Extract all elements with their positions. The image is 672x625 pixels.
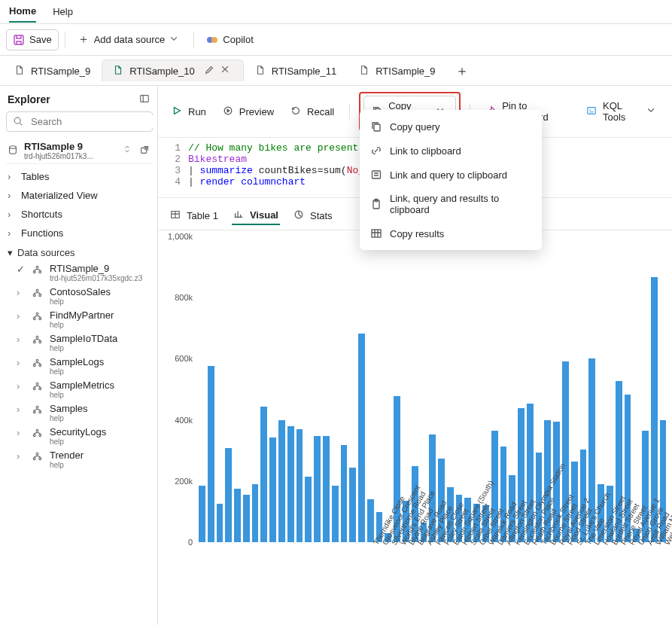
add-data-source-button[interactable]: ＋ Add data source — [71, 30, 188, 50]
file-tab-2[interactable]: RTISample_11 — [244, 59, 348, 81]
chart-bar[interactable] — [225, 448, 232, 542]
svg-point-4 — [14, 117, 20, 123]
top-menu: Home Help — [0, 0, 672, 24]
chart-bar[interactable] — [296, 429, 303, 542]
ds-sub: help — [50, 321, 114, 329]
chart-bar[interactable] — [367, 499, 374, 542]
separator — [65, 32, 65, 48]
data-source-item[interactable]: ›SampleMetricshelp — [6, 378, 153, 401]
chart-bar[interactable] — [349, 468, 356, 542]
database-icon — [8, 145, 20, 157]
ds-name: SampleMetrics — [50, 380, 114, 391]
popout-icon[interactable] — [139, 145, 151, 157]
chart-bar[interactable] — [199, 486, 205, 542]
explorer-title: Explorer — [8, 93, 50, 105]
chart-bar[interactable] — [234, 489, 241, 542]
chart-bar[interactable] — [323, 436, 330, 542]
kql-tools-button[interactable]: KQL Tools — [580, 96, 664, 127]
data-source-item[interactable]: ›SampleLogshelp — [6, 355, 153, 378]
chevron-down-icon: ▾ — [8, 247, 13, 258]
dd-copy-query[interactable]: Copy query — [360, 114, 542, 139]
svg-point-12 — [36, 289, 38, 291]
line-gutter: 1 2 3 4 — [158, 142, 188, 193]
data-source-item[interactable]: ✓RTISample_9trd-hjut526m017k35xgdc.z3 — [6, 261, 153, 285]
chart-bar[interactable] — [314, 436, 321, 542]
svg-rect-39 — [374, 124, 380, 131]
close-icon[interactable] — [220, 65, 233, 77]
link-icon — [370, 145, 382, 157]
dd-copy-results[interactable]: Copy results — [360, 221, 542, 245]
svg-rect-40 — [372, 171, 381, 178]
data-source-item[interactable]: ›Sampleshelp — [6, 401, 153, 425]
data-source-item[interactable]: ›SampleIoTDatahelp — [6, 331, 153, 355]
chart-bar[interactable] — [208, 366, 214, 542]
chart-bar[interactable] — [260, 407, 267, 542]
tree-label: Materialized View — [21, 190, 98, 201]
updown-icon[interactable] — [123, 145, 135, 157]
chart-bar[interactable] — [278, 420, 285, 542]
tab-stats[interactable]: Stats — [292, 206, 334, 224]
dd-link-query[interactable]: Link and query to clipboard — [360, 163, 542, 187]
recall-label: Recall — [307, 106, 334, 117]
tree-section[interactable]: ›Functions — [6, 224, 153, 242]
dd-link-query-results[interactable]: Link, query and results to clipboard — [360, 187, 542, 221]
data-source-item[interactable]: ›ContosoSaleshelp — [6, 285, 153, 308]
tree-section[interactable]: ›Tables — [6, 167, 153, 186]
tab-visual[interactable]: Visual — [232, 206, 280, 225]
connection-icon — [32, 334, 44, 346]
save-button[interactable]: Save — [6, 29, 59, 50]
chart-bar[interactable] — [269, 438, 276, 542]
y-tick: 0 — [188, 538, 193, 547]
copilot-button[interactable]: Copilot — [200, 30, 259, 50]
file-tab-1[interactable]: RTISample_10 — [102, 59, 243, 81]
chevron-right-icon: › — [17, 404, 26, 415]
chart-bar[interactable] — [305, 477, 312, 542]
chart-bar[interactable] — [287, 426, 294, 542]
tree-section[interactable]: ›Shortcuts — [6, 205, 153, 224]
svg-point-10 — [33, 294, 35, 297]
data-source-item[interactable]: ›Trenderhelp — [6, 448, 153, 471]
tab-table[interactable]: Table 1 — [169, 206, 220, 224]
data-source-item[interactable]: ›SecurityLogshelp — [6, 425, 153, 448]
recall-button[interactable]: Recall — [284, 102, 340, 121]
chart-bar[interactable] — [252, 484, 259, 542]
tree-label: Functions — [21, 227, 63, 239]
search-field[interactable] — [6, 111, 153, 132]
chart-bar[interactable] — [358, 334, 365, 542]
file-icon — [255, 65, 267, 77]
search-input[interactable] — [29, 115, 158, 128]
ds-sub: help — [50, 344, 117, 352]
preview-button[interactable]: Preview — [217, 102, 280, 121]
table-icon — [170, 209, 182, 221]
svg-point-7 — [33, 271, 35, 273]
new-tab-button[interactable]: ＋ — [446, 57, 478, 84]
svg-point-18 — [36, 336, 38, 338]
chart-bar[interactable] — [217, 504, 223, 542]
ds-name: SampleLogs — [50, 357, 104, 367]
connection-icon — [32, 264, 44, 276]
code-keyword: render — [200, 176, 236, 188]
chart-bar[interactable] — [332, 486, 339, 542]
edit-icon[interactable] — [204, 65, 216, 77]
menu-home[interactable]: Home — [9, 1, 36, 23]
svg-point-13 — [33, 318, 35, 320]
file-icon — [113, 65, 125, 77]
database-selector[interactable]: RTISample 9 trd-hjut526m017k3... — [6, 138, 153, 164]
menu-help[interactable]: Help — [53, 2, 73, 22]
data-sources-header[interactable]: ▾ Data sources — [6, 242, 153, 261]
svg-point-32 — [39, 458, 41, 460]
collapse-icon[interactable] — [139, 93, 151, 105]
run-button[interactable]: Run — [166, 102, 212, 121]
tree-section[interactable]: ›Materialized View — [6, 186, 153, 205]
chevron-right-icon: › — [17, 450, 26, 462]
ds-name: Trender — [50, 450, 84, 461]
chart-bar[interactable] — [243, 495, 250, 542]
file-tab-label: RTISample_11 — [272, 66, 336, 77]
dd-link[interactable]: Link to clipboard — [360, 139, 542, 163]
chevron-right-icon: › — [17, 427, 26, 438]
chart-bar[interactable] — [341, 445, 348, 542]
file-tab-3[interactable]: RTISample_9 — [348, 59, 446, 81]
svg-point-23 — [39, 388, 41, 390]
file-tab-0[interactable]: RTISample_9 — [3, 59, 102, 81]
data-source-item[interactable]: ›FindMyPartnerhelp — [6, 308, 153, 331]
